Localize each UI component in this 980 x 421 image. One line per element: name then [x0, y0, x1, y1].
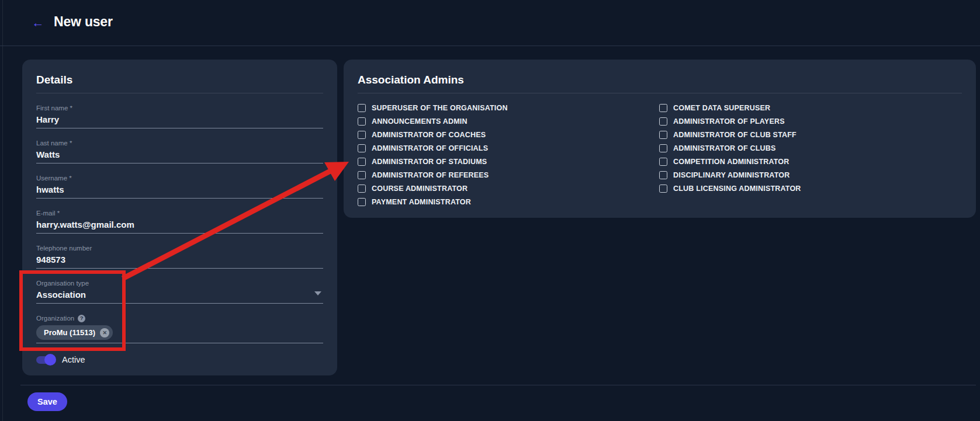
username-field[interactable]: Username * hwatts [36, 174, 323, 199]
telephone-field[interactable]: Telephone number 948573 [36, 244, 323, 269]
role-label: COMPETITION ADMINISTRATOR [673, 158, 789, 166]
last-name-field[interactable]: Last name * Watts [36, 139, 323, 163]
role-label: CLUB LICENSING ADMINISTRATOR [673, 185, 801, 193]
role-label: ADMINISTRATOR OF OFFICIALS [372, 144, 488, 152]
role-row: COMET DATA SUPERUSER [659, 101, 961, 114]
role-label: COMET DATA SUPERUSER [673, 104, 770, 112]
details-card-title: Details [36, 74, 323, 86]
role-checkbox[interactable] [659, 144, 667, 152]
email-value[interactable]: harry.watts@gmail.com [36, 220, 323, 230]
role-row: ADMINISTRATOR OF CLUBS [659, 141, 961, 155]
role-label: ADMINISTRATOR OF CLUB STAFF [673, 131, 797, 139]
role-row: CLUB LICENSING ADMINISTRATOR [659, 182, 961, 195]
role-checkbox[interactable] [358, 117, 366, 126]
active-toggle[interactable] [36, 356, 54, 364]
role-label: ADMINISTRATOR OF PLAYERS [673, 117, 785, 126]
organisation-type-label: Organisation type [36, 279, 323, 287]
role-checkbox[interactable] [659, 158, 667, 166]
role-label: ADMINISTRATOR OF CLUBS [673, 144, 775, 152]
role-label: COURSE ADMINISTRATOR [372, 185, 468, 193]
save-button[interactable]: Save [27, 392, 67, 411]
role-checkbox[interactable] [358, 104, 366, 112]
role-row: ADMINISTRATOR OF STADIUMS [358, 155, 659, 168]
role-checkbox[interactable] [659, 171, 667, 179]
admins-divider [358, 93, 962, 93]
footer-divider [20, 385, 976, 385]
role-row: ANNOUNCEMENTS ADMIN [358, 114, 659, 128]
role-row: COURSE ADMINISTRATOR [358, 182, 659, 195]
organisation-type-select[interactable]: Organisation type Association [36, 279, 323, 304]
role-checkbox[interactable] [659, 185, 667, 193]
organization-field[interactable]: Organization ? ProMu (11513) ✕ [36, 314, 323, 343]
left-edge-divider [2, 0, 3, 421]
role-checkbox[interactable] [358, 198, 366, 206]
role-checkbox[interactable] [659, 104, 667, 112]
role-row: ADMINISTRATOR OF COACHES [358, 128, 659, 141]
last-name-label: Last name * [36, 139, 323, 147]
telephone-label: Telephone number [36, 244, 323, 252]
organization-chip-label: ProMu (11513) [44, 328, 95, 337]
roles-column-1: SUPERUSER OF THE ORGANISATION ANNOUNCEME… [358, 101, 659, 208]
organisation-type-value[interactable]: Association [36, 290, 323, 300]
page-header: ← New user [0, 0, 980, 46]
organization-label: Organization ? [36, 314, 323, 322]
role-row: COMPETITION ADMINISTRATOR [659, 155, 961, 168]
active-toggle-row: Active [36, 353, 323, 366]
role-checkbox[interactable] [358, 185, 366, 193]
first-name-value[interactable]: Harry [36, 114, 323, 125]
admins-card-title: Association Admins [358, 74, 962, 86]
back-arrow-icon: ← [32, 16, 44, 30]
chip-remove-icon[interactable]: ✕ [100, 328, 109, 338]
role-label: DISCIPLINARY ADMINISTRATOR [673, 171, 789, 179]
first-name-field[interactable]: First name * Harry [36, 104, 323, 128]
email-field[interactable]: E-mail * harry.watts@gmail.com [36, 209, 323, 234]
role-checkbox[interactable] [358, 144, 366, 152]
role-checkbox[interactable] [358, 171, 366, 179]
role-checkbox[interactable] [659, 131, 667, 139]
telephone-value[interactable]: 948573 [36, 255, 323, 265]
role-checkbox[interactable] [659, 117, 667, 126]
role-row: PAYMENT ADMINISTRATOR [358, 195, 659, 208]
role-label: SUPERUSER OF THE ORGANISATION [372, 104, 508, 112]
role-row: ADMINISTRATOR OF REFEREES [358, 168, 659, 182]
role-checkbox[interactable] [358, 158, 366, 166]
first-name-label: First name * [36, 104, 323, 112]
role-label: PAYMENT ADMINISTRATOR [372, 198, 471, 206]
association-admins-card: Association Admins SUPERUSER OF THE ORGA… [344, 60, 976, 218]
details-card: Details First name * Harry Last name * W… [22, 60, 337, 375]
toggle-thumb [44, 354, 56, 366]
email-label: E-mail * [36, 209, 323, 217]
chevron-down-icon[interactable] [314, 291, 321, 295]
organization-chip[interactable]: ProMu (11513) ✕ [36, 325, 113, 340]
roles-column-2: COMET DATA SUPERUSER ADMINISTRATOR OF PL… [659, 101, 961, 208]
role-label: ADMINISTRATOR OF STADIUMS [372, 158, 487, 166]
active-toggle-label: Active [62, 355, 85, 364]
role-label: ADMINISTRATOR OF COACHES [372, 131, 486, 139]
roles-grid: SUPERUSER OF THE ORGANISATION ANNOUNCEME… [358, 101, 962, 208]
role-label: ANNOUNCEMENTS ADMIN [372, 117, 468, 126]
role-row: ADMINISTRATOR OF OFFICIALS [358, 141, 659, 155]
role-label: ADMINISTRATOR OF REFEREES [372, 171, 489, 179]
username-value[interactable]: hwatts [36, 185, 323, 195]
username-label: Username * [36, 174, 323, 182]
back-button[interactable]: ← [29, 14, 47, 32]
role-row: ADMINISTRATOR OF PLAYERS [659, 114, 961, 128]
details-divider [36, 93, 323, 93]
role-row: SUPERUSER OF THE ORGANISATION [358, 101, 659, 114]
last-name-value[interactable]: Watts [36, 149, 323, 160]
organization-label-text: Organization [36, 314, 74, 322]
page-title: New user [54, 14, 113, 30]
help-icon[interactable]: ? [78, 315, 85, 322]
save-button-label: Save [37, 397, 57, 406]
role-checkbox[interactable] [358, 131, 366, 139]
role-row: ADMINISTRATOR OF CLUB STAFF [659, 128, 961, 141]
role-row: DISCIPLINARY ADMINISTRATOR [659, 168, 961, 182]
